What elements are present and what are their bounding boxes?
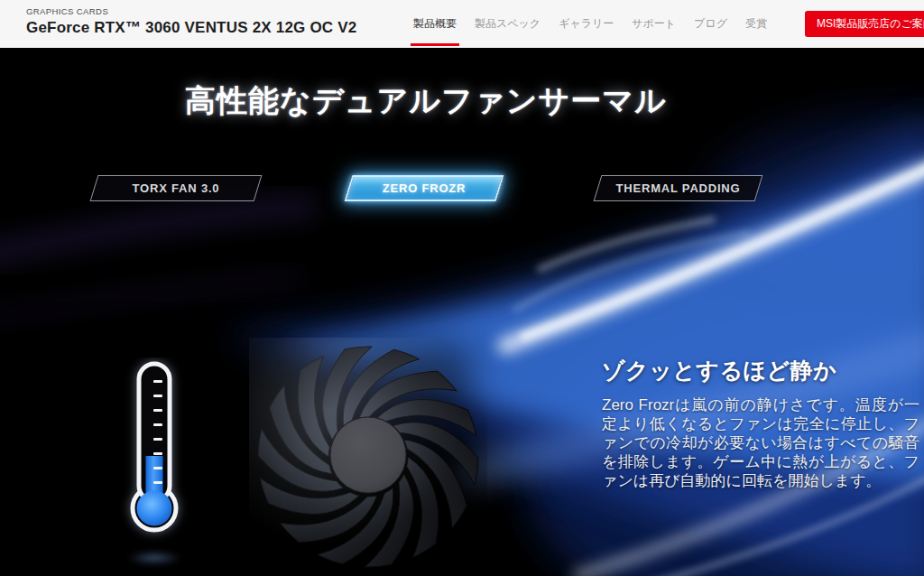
- product-title: GeForce RTX™ 3060 VENTUS 2X 12G OC V2: [26, 19, 356, 37]
- tab-zero-label: ZERO FROZR: [383, 181, 467, 195]
- where-to-buy-button[interactable]: MSI製品販売店のご案内: [805, 11, 924, 37]
- nav-tab-specs[interactable]: 製品スペック: [475, 0, 541, 48]
- breadcrumb-category: GRAPHICS CARDS: [26, 6, 108, 16]
- nav-tab-overview[interactable]: 製品概要: [413, 0, 457, 48]
- nav-tab-gallery[interactable]: ギャラリー: [559, 0, 614, 48]
- nav-tab-awards[interactable]: 受賞: [745, 0, 767, 48]
- nav-tab-blog[interactable]: ブログ: [694, 0, 727, 48]
- tab-torx-fan[interactable]: TORX FAN 3.0: [94, 175, 258, 201]
- tab-torx-label: TORX FAN 3.0: [133, 181, 220, 195]
- tab-zero-frozr[interactable]: ZERO FROZR: [348, 175, 500, 201]
- thermometer-icon: [105, 358, 213, 573]
- page-header: GRAPHICS CARDS GeForce RTX™ 3060 VENTUS …: [0, 0, 924, 48]
- hero-section: 高性能なデュアルファンサーマル TORX FAN 3.0 ZERO FROZR …: [0, 48, 924, 576]
- nav-tab-support[interactable]: サポート: [632, 0, 676, 48]
- feature-heading: ゾクッとするほど静か: [602, 356, 919, 386]
- fan-icon: [249, 338, 487, 576]
- product-nav: 製品概要 製品スペック ギャラリー サポート ブログ 受賞 MSI製品販売店のご…: [413, 0, 924, 48]
- feature-body: Zero Frozrは嵐の前の静けさです。温度が一定より低くなるとファンは完全に…: [602, 395, 919, 490]
- tab-thermal-padding[interactable]: THERMAL PADDING: [597, 175, 759, 201]
- hero-title: 高性能なデュアルファンサーマル: [0, 80, 852, 122]
- tab-thermal-label: THERMAL PADDING: [616, 181, 741, 195]
- feature-text-block: ゾクッとするほど静か Zero Frozrは嵐の前の静けさです。温度が一定より低…: [602, 356, 919, 490]
